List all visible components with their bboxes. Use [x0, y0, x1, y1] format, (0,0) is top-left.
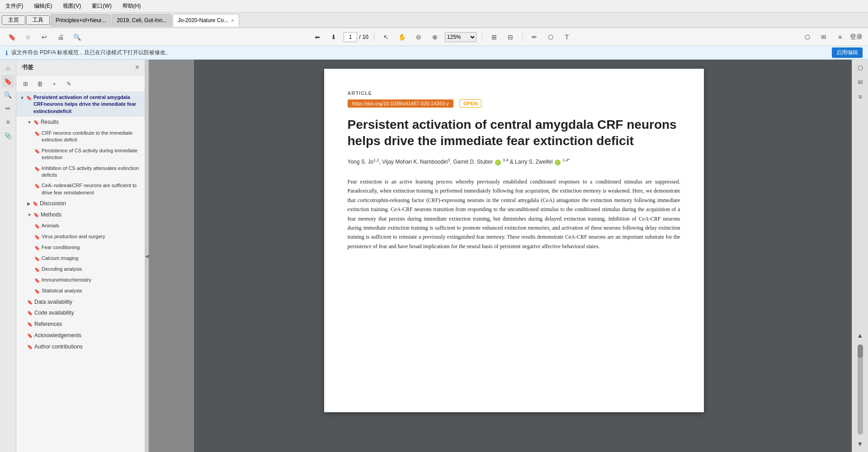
hand-tool-btn[interactable]: ✋: [396, 31, 409, 43]
bookmark-methods[interactable]: ▼ 🔖 Methods: [16, 209, 145, 221]
bookmark-decoding-icon: 🔖: [34, 267, 40, 273]
right-more-btn[interactable]: ≡: [854, 90, 867, 103]
scrollbar-track[interactable]: [858, 344, 863, 435]
email-btn[interactable]: ✉: [817, 31, 830, 43]
bookmark-methods-icon: 🔖: [33, 212, 39, 218]
bookmark-root[interactable]: ▼ 🔖 Persistent activation of central amy…: [16, 92, 145, 117]
bookmark-animals[interactable]: 🔖 Animals: [16, 221, 145, 231]
star-toolbar-btn[interactable]: ☆: [22, 31, 34, 43]
bookmark-results-expand[interactable]: ▼: [27, 119, 32, 126]
author1-sup: 1,2: [373, 158, 379, 162]
sidebar-splitter[interactable]: ◀: [145, 60, 149, 452]
menu-item-window[interactable]: 窗口(W): [90, 1, 113, 11]
doi-badge[interactable]: https://doi.org/10.1038/s41467-020-14393…: [348, 99, 453, 108]
tab-jo2020[interactable]: Jo-2020-Nature Co... ×: [173, 14, 239, 27]
right-share-btn[interactable]: ⬡: [854, 61, 867, 74]
left-icon-panel: ⌂ 🔖 🔍 ✏ ≡ 📎: [0, 60, 16, 452]
bookmark-immuno[interactable]: 🔖 Immunohistochemistry: [16, 275, 145, 286]
sidebar-edit-btn[interactable]: ✎: [63, 78, 74, 89]
bookmark-persistence[interactable]: 🔖 Persistence of CS activity during imme…: [16, 146, 145, 163]
more-btn[interactable]: ≡: [834, 31, 846, 43]
info-bar: ℹ 该文件符合 PDF/A 标准规范，且已在只读模式下打开以防被修改。 启用编辑: [0, 46, 868, 60]
pdf-page: ARTICLE https://doi.org/10.1038/s41467-0…: [324, 69, 704, 412]
text-btn[interactable]: T: [561, 31, 573, 43]
bookmark-cea[interactable]: 🔖 CeA–nobreakCRF neurons are sufficient …: [16, 180, 145, 198]
sidebar-toolbar: ⊞ 🗑 + ✎: [16, 75, 145, 92]
zoom-out-btn[interactable]: ⊖: [412, 31, 425, 43]
tab-tools[interactable]: 工具: [26, 15, 50, 25]
bookmark-cea-icon: 🔖: [34, 183, 40, 189]
bookmark-root-expand[interactable]: ▼: [20, 95, 24, 101]
zoom-in-btn[interactable]: ⊕: [429, 31, 441, 43]
bookmark-author-text: Author contributions: [34, 343, 141, 351]
menu-item-edit[interactable]: 编辑(E): [32, 1, 54, 11]
annotate-btn[interactable]: ✏: [528, 31, 541, 43]
bookmark-fear[interactable]: 🔖 Fear conditioning: [16, 242, 145, 253]
fit-page-btn[interactable]: ⊞: [488, 31, 500, 43]
sidebar-delete-btn[interactable]: 🗑: [34, 78, 45, 89]
tab-home[interactable]: 主页: [2, 15, 25, 25]
bookmark-ack[interactable]: 🔖 Acknowledgements: [16, 330, 145, 341]
bookmark-data-icon: 🔖: [27, 299, 33, 306]
bookmark-crf[interactable]: 🔖 CRF neurons contribute to the immediat…: [16, 128, 145, 146]
view-btn[interactable]: ⊟: [504, 31, 517, 43]
pdf-area[interactable]: ARTICLE https://doi.org/10.1038/s41467-0…: [149, 60, 852, 452]
print-toolbar-btn[interactable]: 🖨: [54, 31, 67, 43]
author2-name: Vijay Mohan K. Namboodiri: [382, 159, 448, 165]
search-toolbar-btn[interactable]: 🔍: [71, 31, 83, 43]
info-icon: ℹ: [5, 49, 8, 56]
bookmark-code-icon: 🔖: [27, 310, 33, 316]
tab-jo2020-close[interactable]: ×: [231, 18, 234, 23]
bookmark-methods-expand[interactable]: ▼: [27, 212, 32, 218]
right-panel: ⬡ ✉ ≡ ▲ ▼: [852, 60, 868, 452]
nav-search-icon[interactable]: 🔍: [2, 89, 14, 101]
bookmark-refs[interactable]: 🔖 References: [16, 319, 145, 330]
share-btn[interactable]: ⬡: [801, 31, 814, 43]
sidebar-add-btn[interactable]: +: [49, 78, 60, 89]
bookmark-toolbar-btn[interactable]: 🔖: [5, 31, 18, 43]
cursor-tool-btn[interactable]: ↖: [380, 31, 392, 43]
tab-2019cell[interactable]: 2019, Cell, Gut-Inn...: [112, 14, 172, 27]
scrollbar-thumb[interactable]: [858, 344, 863, 358]
menu-item-file[interactable]: 文件(F): [4, 1, 25, 11]
bookmark-inhibition[interactable]: 🔖 Inhibition of CS activity attenuates e…: [16, 163, 145, 181]
zoom-select[interactable]: 125% 100% 150% 75%: [445, 32, 476, 42]
menu-item-view[interactable]: 视图(V): [61, 1, 83, 11]
nav-attach-icon[interactable]: 📎: [2, 129, 14, 142]
nav-bookmarks-icon[interactable]: 🔖: [2, 75, 14, 88]
page-back-btn[interactable]: ⬅: [311, 31, 324, 43]
bookmark-calcium[interactable]: 🔖 Calcium imaging: [16, 253, 145, 264]
author3-name: Garret D. Stuber: [453, 159, 493, 165]
bookmark-discussion[interactable]: ▶ 🔖 Discussion: [16, 198, 145, 209]
shape-btn[interactable]: ⬡: [544, 31, 557, 43]
enable-edit-button[interactable]: 启用编辑: [832, 47, 863, 58]
bookmark-virus[interactable]: 🔖 Virus production and surgery: [16, 231, 145, 242]
toolbar: 🔖 ☆ ↩ 🖨 🔍 ⬅ ⬇ 1 / 10 ↖ ✋ ⊖ ⊕ 125% 100% 1…: [0, 28, 868, 46]
nav-layers-icon[interactable]: ≡: [2, 116, 14, 128]
menu-item-help[interactable]: 帮助(H): [121, 1, 143, 11]
right-mail-btn[interactable]: ✉: [854, 76, 867, 89]
tab-principles[interactable]: Principles+of+Neur...: [51, 14, 111, 27]
bookmark-discussion-expand[interactable]: ▶: [27, 201, 31, 207]
scroll-down-btn[interactable]: ▼: [854, 438, 867, 450]
bookmark-data[interactable]: 🔖 Data availability: [16, 297, 145, 308]
nav-annot-icon[interactable]: ✏: [2, 102, 14, 115]
bookmark-fear-text: Fear conditioning: [42, 244, 141, 251]
back-toolbar-btn[interactable]: ↩: [38, 31, 51, 43]
bookmark-persistence-icon: 🔖: [34, 148, 40, 155]
page-forward-btn[interactable]: ⬇: [327, 31, 340, 43]
bookmark-results[interactable]: ▼ 🔖 Results: [16, 117, 145, 128]
sidebar-close-btn[interactable]: ×: [135, 63, 139, 71]
bookmark-decoding[interactable]: 🔖 Decoding analysis: [16, 264, 145, 275]
bookmark-stats-icon: 🔖: [34, 288, 40, 295]
bookmark-ack-icon: 🔖: [27, 333, 33, 339]
sidebar-expand-btn[interactable]: ⊞: [20, 78, 31, 89]
nav-home-icon[interactable]: ⌂: [2, 61, 14, 74]
bookmark-virus-icon: 🔖: [34, 234, 40, 240]
bookmark-stats[interactable]: 🔖 Statistical analysis: [16, 286, 145, 297]
page-number-input[interactable]: 1: [344, 32, 357, 42]
login-btn[interactable]: 登录: [850, 31, 863, 43]
bookmark-code[interactable]: 🔖 Code availability: [16, 307, 145, 319]
bookmark-author[interactable]: 🔖 Author contributions: [16, 341, 145, 353]
scroll-up-btn[interactable]: ▲: [854, 329, 867, 342]
